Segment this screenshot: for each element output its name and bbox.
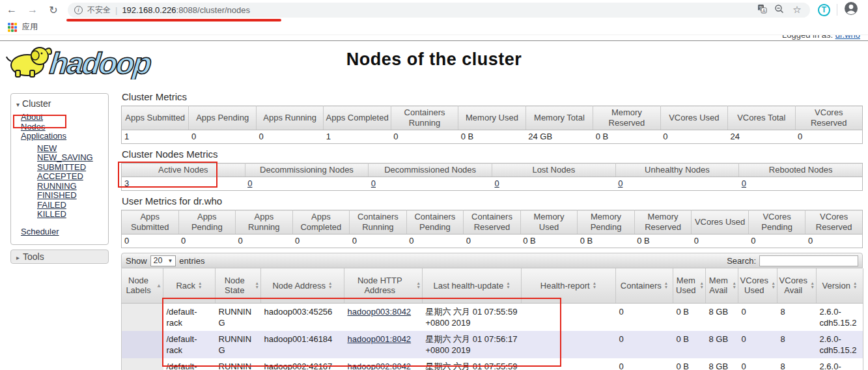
node-http-link[interactable]: hadoop002:8042 [348, 362, 412, 370]
cell-vcores-avail: 8 [777, 358, 817, 370]
main-content: Cluster Metrics Apps Submitted Apps Pend… [121, 91, 863, 370]
column-header-rack[interactable]: Rack▲▼ [163, 268, 216, 303]
sort-icon: ▲▼ [733, 281, 736, 289]
sidebar-item-finished[interactable]: FINISHED [37, 191, 77, 201]
cell-node-labels [122, 331, 163, 358]
zoom-out-icon[interactable] [773, 4, 786, 16]
logged-in-user-link[interactable]: dr.who [835, 35, 860, 40]
cell-containers: 0 [616, 331, 673, 358]
bookmark-apps-label[interactable]: 应用 [22, 21, 38, 33]
translate-icon[interactable]: 文A [755, 4, 768, 16]
unhealthy-nodes-link[interactable]: 0 [618, 178, 623, 188]
column-header-node-state[interactable]: Node State▲▼ [216, 268, 261, 303]
metric-value: 0 [391, 130, 458, 144]
node-http-link[interactable]: hadoop003:8042 [348, 307, 412, 317]
profile-icon[interactable] [844, 1, 858, 18]
column-header: Memory Reserved [634, 210, 692, 235]
url-separator: | [115, 5, 117, 15]
column-header-health-report[interactable]: Health-report▲▼ [522, 268, 616, 303]
cell-containers: 0 [616, 303, 673, 331]
decommissioned-nodes-link[interactable]: 0 [371, 178, 376, 188]
page: ← → ↻ i 不安全 | 192.168.0.226:8088/cluster… [0, 0, 868, 370]
address-bar[interactable]: i 不安全 | 192.168.0.226:8088/cluster/nodes… [68, 3, 810, 18]
apps-grid-icon[interactable] [8, 23, 17, 32]
column-header-vcores-avail[interactable]: VCores Avail▲▼ [777, 268, 817, 303]
metric-value: 0 [256, 130, 323, 144]
column-header: Apps Completed [292, 210, 350, 235]
cell-node-labels [122, 358, 163, 370]
sidebar-item-about[interactable]: About [21, 113, 43, 122]
column-header-version[interactable]: Version▲▼ [817, 268, 863, 303]
sort-icon: ▲▼ [255, 281, 259, 289]
bookmark-star-icon[interactable]: ☆ [791, 4, 804, 16]
sidebar-item-running[interactable]: RUNNING [37, 182, 77, 192]
sidebar-item-new[interactable]: NEW [37, 144, 57, 154]
reload-icon[interactable]: ↻ [47, 4, 60, 16]
user-metrics-values-row: 0 0 0 0 0 0 0 0 B 0 B 0 B 0 0 0 [122, 235, 863, 248]
metric-value: 0 [406, 235, 464, 248]
column-header: Rebooted Nodes [739, 164, 863, 177]
column-header-vcores-used[interactable]: VCores Used▲▼ [738, 268, 777, 303]
sort-icon: ▲▼ [593, 281, 596, 289]
toolbar-divider [837, 4, 837, 16]
metric-value: 0 B [458, 130, 525, 144]
cell-health-update: 星期六 六月 01 07:55:59 +0800 2019 [423, 303, 522, 331]
cell-node-address: hadoop002:42167 [261, 358, 344, 370]
page-size-select[interactable]: 20 ▼ [150, 255, 176, 266]
security-label: 不安全 [87, 5, 111, 16]
sidebar-section-tools[interactable]: ▸Tools [10, 249, 109, 264]
cell-health-report [522, 303, 616, 331]
metric-value: 0 [189, 130, 256, 144]
metric-value: 0 [795, 130, 862, 144]
column-header-node-address[interactable]: Node Address▲▼ [261, 268, 344, 303]
forward-icon[interactable]: → [26, 4, 39, 16]
cell-containers: 0 [616, 358, 673, 370]
column-header-mem-used[interactable]: Mem Used▲▼ [673, 268, 706, 303]
sidebar-item-accepted[interactable]: ACCEPTED [37, 172, 83, 182]
sidebar-item-nodes[interactable]: Nodes [21, 122, 46, 132]
table-controls-bar: Show 20 ▼ entries Search: [121, 253, 863, 268]
column-header-mem-avail[interactable]: Mem Avail▲▼ [706, 268, 738, 303]
sidebar-item-submitted[interactable]: SUBMITTED [37, 163, 86, 173]
cell-version: 2.6.0-cdh5.15.2 [817, 303, 863, 331]
metric-value: 0 [122, 235, 179, 248]
column-header: VCores Used [660, 106, 727, 130]
metric-value: 0 [660, 130, 727, 144]
extension-icon[interactable]: T [818, 4, 830, 16]
active-nodes-link[interactable]: 3 [124, 178, 129, 188]
cluster-metrics-table: Apps Submitted Apps Pending Apps Running… [121, 106, 863, 144]
svg-text:A: A [762, 8, 765, 13]
column-header: Containers Running [391, 106, 458, 130]
column-header-node-labels[interactable]: Node Labels▲ [122, 268, 163, 303]
table-row: /default-rack RUNNING hadoop003:45256 ha… [122, 303, 863, 331]
sidebar-item-applications[interactable]: Applications [21, 132, 66, 141]
node-http-link[interactable]: hadoop001:8042 [348, 334, 412, 344]
lost-nodes-link[interactable]: 0 [494, 178, 499, 188]
collapse-triangle-icon: ▾ [16, 101, 20, 108]
cell-mem-used: 0 B [673, 331, 706, 358]
column-header-containers[interactable]: Containers▲▼ [616, 268, 673, 303]
sidebar-item-killed[interactable]: KILLED [37, 210, 66, 220]
table-row: /default-rack RUNNING hadoop002:42167 ha… [122, 358, 863, 370]
show-label: Show [126, 256, 147, 266]
column-header: Memory Total [525, 106, 593, 130]
sidebar-section-cluster[interactable]: ▾Cluster [11, 96, 108, 113]
cell-node-address: hadoop003:45256 [261, 303, 344, 331]
search-input[interactable] [759, 255, 858, 266]
sidebar-item-new-saving[interactable]: NEW_SAVING [37, 153, 93, 163]
page-info-icon[interactable]: i [74, 6, 83, 14]
column-header: Containers Pending [406, 210, 464, 235]
sidebar-item-scheduler[interactable]: Scheduler [21, 227, 59, 237]
column-header-node-http-address[interactable]: Node HTTP Address▲▼ [344, 268, 423, 303]
column-header-last-health-update[interactable]: Last health-update▲▼ [423, 268, 522, 303]
sidebar-item-failed[interactable]: FAILED [37, 201, 66, 210]
decommissioning-nodes-link[interactable]: 0 [247, 178, 252, 188]
column-header: Apps Pending [178, 210, 236, 235]
rebooted-nodes-link[interactable]: 0 [742, 178, 746, 188]
sort-icon: ▲▼ [700, 281, 704, 289]
metric-value: 0 B [520, 235, 578, 248]
cell-vcores-used: 0 [738, 358, 777, 370]
column-header: Memory Used [520, 210, 578, 235]
sort-icon: ▲▼ [811, 281, 815, 289]
back-icon[interactable]: ← [5, 4, 18, 16]
